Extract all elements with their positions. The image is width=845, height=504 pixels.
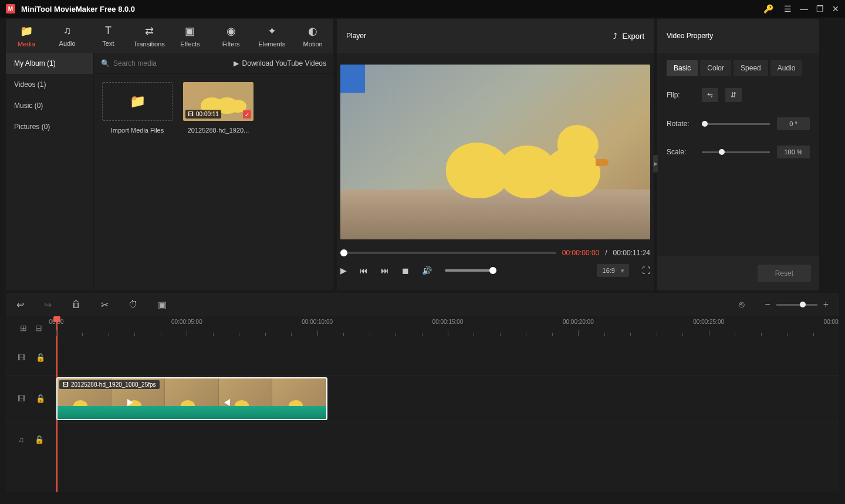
prev-frame-button[interactable]: ⏮ [360, 266, 368, 275]
track-video-icon[interactable]: 🎞 [18, 394, 25, 403]
transition-in-icon [127, 399, 133, 406]
check-icon: ✓ [243, 110, 251, 119]
video-clip[interactable]: 🎞 20125288-hd_1920_1080_25fps [56, 377, 327, 420]
transition-icon: ⇄ [145, 25, 154, 38]
youtube-icon: ▶ [234, 59, 239, 67]
flip-vertical-button[interactable]: ⇵ [725, 88, 742, 102]
scale-label: Scale: [667, 148, 695, 156]
tab-label: Filters [222, 40, 240, 48]
zoom-in-button[interactable]: + [823, 299, 829, 310]
prop-tab-color[interactable]: Color [700, 60, 731, 76]
rotate-slider[interactable] [702, 123, 770, 125]
volume-slider[interactable] [445, 269, 496, 272]
reset-button[interactable]: Reset [758, 265, 811, 282]
video-preview[interactable] [340, 65, 650, 239]
scale-slider[interactable] [702, 151, 770, 153]
clip-name: 20125288-hd_1920... [188, 127, 249, 134]
ruler-tick-label: 00:00 [49, 319, 63, 325]
minimize-button[interactable]: — [800, 4, 808, 13]
menu-icon[interactable]: ☰ [784, 4, 792, 13]
time-sep: / [605, 249, 607, 257]
aspect-select[interactable]: 16:9 [597, 264, 629, 277]
album-item-videos[interactable]: Videos (1) [6, 74, 93, 95]
undo-button[interactable]: ↩ [16, 299, 24, 310]
prop-tab-audio[interactable]: Audio [770, 60, 803, 76]
tab-elements[interactable]: ✦ Elements [252, 19, 293, 53]
export-button[interactable]: ⤴ Export [613, 32, 644, 40]
track-video: 🎞 🔓 🎞 20125288-hd_1920_1080_25fps [6, 375, 839, 422]
flip-label: Flip: [667, 91, 695, 99]
tab-label: Audio [59, 40, 76, 47]
stop-button[interactable]: ◼ [402, 266, 409, 275]
current-time: 00:00:00:00 [562, 249, 599, 257]
rotate-value[interactable]: 0 ° [777, 117, 810, 130]
folder-icon: 📁 [20, 25, 33, 38]
track-audio: ♫ 🔓 [6, 422, 839, 457]
redo-button[interactable]: ↪ [44, 299, 52, 310]
music-icon: ♫ [63, 25, 72, 37]
fullscreen-button[interactable]: ⛶ [642, 266, 650, 275]
scale-value[interactable]: 100 % [777, 146, 810, 158]
elements-icon: ✦ [268, 25, 276, 38]
split-button[interactable]: ✂ [101, 299, 109, 310]
property-title: Video Property [667, 32, 713, 40]
speed-button[interactable]: ⏱ [129, 299, 138, 310]
tab-effects[interactable]: ▣ Effects [170, 19, 211, 53]
video-icon: 🎞 [188, 111, 194, 117]
seek-slider[interactable] [340, 252, 556, 254]
clip-label: 🎞 20125288-hd_1920_1080_25fps [59, 380, 160, 389]
prop-tab-speed[interactable]: Speed [734, 60, 768, 76]
import-media-button[interactable]: 📁 [102, 82, 173, 121]
ruler-tick-label: 00:00:20:00 [563, 319, 594, 325]
timeline: ⊞ ⊟ 00:0000:00:05:0000:00:10:0000:00:15:… [6, 316, 839, 492]
export-icon: ⤴ [613, 32, 617, 40]
time-ruler[interactable]: 00:0000:00:05:0000:00:10:0000:00:15:0000… [56, 316, 839, 340]
tab-label: Transitions [133, 40, 164, 48]
search-media[interactable]: 🔍 [101, 59, 229, 67]
snap-icon[interactable]: ⎋ [739, 299, 745, 310]
flip-horizontal-button[interactable]: ⇋ [702, 88, 718, 102]
download-youtube-link[interactable]: ▶ Download YouTube Videos [234, 59, 326, 67]
track-top: 🎞 🔓 [6, 340, 839, 375]
tab-text[interactable]: T Text [88, 19, 129, 53]
tab-filters[interactable]: ◉ Filters [211, 19, 252, 53]
lock-icon[interactable]: 🔓 [36, 353, 45, 362]
tab-label: Text [102, 40, 114, 47]
tab-audio[interactable]: ♫ Audio [47, 19, 88, 53]
play-button[interactable]: ▶ [340, 266, 347, 275]
tab-transitions[interactable]: ⇄ Transitions [129, 19, 170, 53]
search-input[interactable] [113, 59, 201, 67]
lock-icon[interactable]: 🔓 [36, 394, 45, 403]
import-folder-icon: 📁 [130, 94, 146, 109]
add-track-button[interactable]: ⊞ [20, 323, 27, 333]
ruler-tick-label: 00:00:10:00 [302, 319, 333, 325]
album-item-music[interactable]: Music (0) [6, 95, 93, 116]
lock-icon[interactable]: 🔓 [35, 435, 44, 444]
collapse-handle[interactable]: ▶ [653, 155, 658, 172]
volume-icon[interactable]: 🔊 [422, 266, 432, 275]
track-audio-icon[interactable]: ♫ [18, 435, 24, 444]
tab-label: Motion [303, 40, 323, 48]
tool-tabs: 📁 Media ♫ Audio T Text ⇄ Transitions ▣ E… [6, 19, 333, 53]
key-icon[interactable]: 🔑 [763, 4, 773, 13]
album-item-myalbum[interactable]: My Album (1) [6, 53, 93, 74]
crop-button[interactable]: ▣ [158, 299, 167, 310]
ruler-tick-label: 00:00:15:00 [432, 319, 464, 325]
delete-button[interactable]: 🗑 [72, 299, 81, 310]
timeline-toolbar: ↩ ↪ 🗑 ✂ ⏱ ▣ ⎋ − + [6, 293, 839, 316]
track-video-icon[interactable]: 🎞 [18, 353, 25, 362]
ruler-tick-label: 00:00:30:00 [824, 319, 839, 325]
close-button[interactable]: ✕ [832, 4, 839, 13]
zoom-out-button[interactable]: − [765, 299, 770, 310]
media-clip-thumb[interactable]: 🎞 00:00:11 ✓ [183, 82, 254, 121]
maximize-button[interactable]: ❐ [816, 4, 824, 13]
prop-tab-basic[interactable]: Basic [667, 60, 698, 76]
titlebar: M MiniTool MovieMaker Free 8.0.0 🔑 ☰ — ❐… [0, 0, 845, 18]
zoom-slider[interactable] [776, 304, 817, 306]
next-frame-button[interactable]: ⏭ [381, 266, 389, 275]
tab-motion[interactable]: ◐ Motion [292, 19, 333, 53]
tab-media[interactable]: 📁 Media [6, 19, 47, 53]
remove-track-button[interactable]: ⊟ [35, 323, 42, 333]
album-item-pictures[interactable]: Pictures (0) [6, 116, 93, 137]
tab-label: Media [18, 40, 35, 48]
